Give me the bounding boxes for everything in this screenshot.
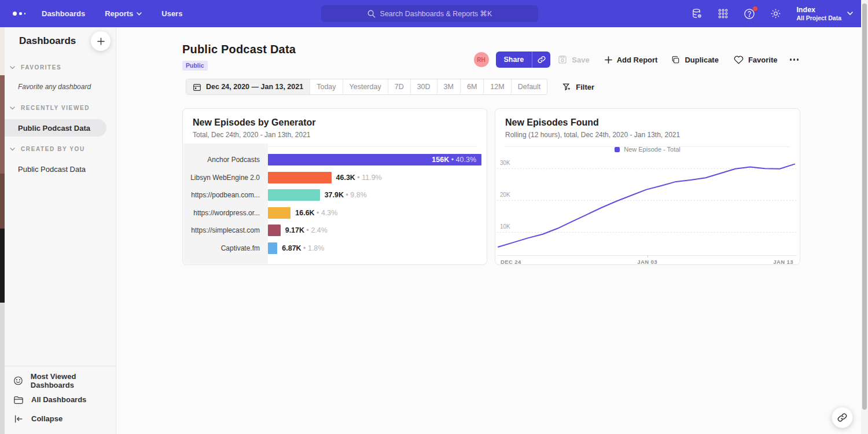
section-recently-viewed[interactable]: RECENTLY VIEWED	[5, 105, 116, 111]
search-input[interactable]: Search Dashboards & Reports ⌘K	[321, 5, 538, 22]
apps-grid-icon[interactable]	[718, 8, 729, 19]
nav-reports[interactable]: Reports	[105, 9, 142, 18]
favorite-button[interactable]: Favorite	[734, 56, 778, 64]
link-icon	[837, 413, 847, 422]
bar[interactable]	[268, 172, 332, 183]
sidebar-footer: Most Viewed Dashboards All Dashboards Co…	[5, 366, 116, 434]
visibility-badge: Public	[182, 61, 208, 71]
help-icon[interactable]	[744, 8, 755, 20]
add-report-button[interactable]: Add Report	[605, 56, 658, 64]
background-window-sliver	[0, 27, 5, 434]
nav-users[interactable]: Users	[161, 9, 182, 18]
preset-3m[interactable]: 3M	[437, 79, 460, 94]
logo-dot	[24, 13, 26, 14]
footer-label: Most Viewed Dashboards	[31, 372, 116, 389]
section-label: RECENTLY VIEWED	[21, 105, 90, 111]
card-subtitle: Rolling (12 hours), total, Dec 24th, 202…	[505, 131, 790, 139]
section-created-by-you[interactable]: CREATED BY YOU	[5, 146, 116, 152]
heart-icon	[734, 56, 744, 64]
header-actions: RH Share Save Add Report Duplicate Favor…	[474, 52, 800, 68]
sidebar: Dashboards FAVORITES Favorite any dashbo…	[5, 27, 116, 434]
bar-row: https://wordpress.or...16.6K • 4.3%	[183, 204, 486, 222]
chevron-down-icon	[10, 106, 15, 110]
date-range-picker[interactable]: Dec 24, 2020 — Jan 13, 2021	[186, 79, 310, 94]
bar-chart: Anchor Podcasts156K • 40.3%Libsyn WebEng…	[183, 144, 486, 264]
floating-share-link-button[interactable]	[832, 407, 853, 428]
x-axis-labels: DEC 24JAN 03JAN 13	[497, 255, 797, 265]
section-label: FAVORITES	[21, 64, 61, 71]
date-controls: Dec 24, 2020 — Jan 13, 2021 TodayYesterd…	[186, 79, 594, 95]
plus-icon	[97, 38, 105, 45]
duplicate-label: Duplicate	[685, 56, 719, 64]
preset-6m[interactable]: 6M	[460, 79, 483, 94]
bar-category-label: https://wordpress.or...	[183, 209, 268, 217]
bar[interactable]	[268, 207, 290, 219]
svg-text:10K: 10K	[500, 223, 510, 230]
card-subtitle: Total, Dec 24th, 2020 - Jan 13th, 2021	[193, 131, 477, 139]
bar-row: Anchor Podcasts156K • 40.3%	[183, 151, 486, 169]
search-icon	[367, 10, 376, 18]
add-dashboard-button[interactable]	[91, 31, 111, 51]
most-viewed-dashboards-button[interactable]: Most Viewed Dashboards	[5, 371, 116, 390]
bar-value-label: 37.9K • 9.8%	[325, 191, 367, 199]
favorites-empty-note: Favorite any dashboard	[5, 83, 116, 91]
share-split-button: Share	[496, 52, 551, 68]
preset-7d[interactable]: 7D	[388, 79, 410, 94]
chevron-down-icon	[10, 148, 15, 151]
data-sources-icon[interactable]	[692, 8, 703, 19]
preset-12m[interactable]: 12M	[483, 79, 510, 94]
preset-default[interactable]: Default	[511, 79, 547, 94]
copy-icon	[671, 56, 680, 64]
filter-funnel-icon	[562, 83, 571, 91]
duplicate-button[interactable]: Duplicate	[671, 56, 719, 64]
bar[interactable]: 156K • 40.3%	[268, 154, 481, 165]
logo-dot	[13, 12, 17, 16]
share-link-button[interactable]	[532, 52, 550, 68]
bar[interactable]	[268, 242, 277, 254]
sidebar-item-public-podcast-data[interactable]: Public Podcast Data	[5, 119, 106, 137]
bar-category-label: Libsyn WebEngine 2.0	[183, 174, 268, 182]
nav-dashboards[interactable]: Dashboards	[42, 9, 85, 18]
search-placeholder: Search Dashboards & Reports ⌘K	[380, 9, 492, 18]
settings-gear-icon[interactable]	[770, 8, 781, 19]
preset-yesterday[interactable]: Yesterday	[343, 79, 388, 94]
nav-label: Dashboards	[42, 9, 85, 18]
preset-today[interactable]: Today	[310, 79, 342, 94]
more-options-button[interactable]	[789, 56, 800, 63]
bar-row: Captivate.fm6.87K • 1.8%	[183, 240, 486, 258]
sidebar-title: Dashboards	[19, 35, 76, 47]
legend-swatch	[615, 147, 620, 152]
filter-button[interactable]: Filter	[562, 83, 594, 91]
notification-badge	[753, 6, 757, 11]
save-button[interactable]: Save	[558, 55, 589, 64]
x-axis-label: DEC 24	[501, 259, 521, 265]
scrollbar	[861, 0, 868, 434]
workspace-subtitle: All Project Data	[796, 14, 841, 21]
all-dashboards-button[interactable]: All Dashboards	[5, 390, 116, 409]
sidebar-item-public-podcast-data[interactable]: Public Podcast Data	[5, 160, 116, 178]
section-favorites[interactable]: FAVORITES	[5, 64, 116, 71]
bar-value-label: 16.6K • 4.3%	[295, 209, 337, 217]
scrollbar-thumb[interactable]	[862, 3, 867, 410]
preset-30d[interactable]: 30D	[410, 79, 437, 94]
nav-label: Reports	[105, 9, 133, 18]
workspace-name: Index	[796, 6, 841, 15]
footer-label: Collapse	[31, 414, 62, 423]
card-new-episodes-by-generator: New Episodes by Generator Total, Dec 24t…	[182, 108, 487, 265]
page-title: Public Podcast Data	[182, 43, 296, 56]
chevron-down-icon	[137, 12, 142, 16]
collapse-sidebar-button[interactable]: Collapse	[5, 409, 116, 428]
smiley-icon	[13, 376, 23, 386]
date-presets: TodayYesterday7D30D3M6M12MDefault	[310, 79, 547, 94]
app-logo[interactable]	[13, 12, 25, 16]
chart-legend: New Episode - Total	[495, 146, 800, 153]
calendar-icon	[193, 83, 201, 91]
share-button[interactable]: Share	[496, 52, 532, 68]
avatar[interactable]: RH	[474, 52, 489, 67]
workspace-switcher[interactable]: Index All Project Data	[796, 6, 853, 22]
bar[interactable]	[268, 189, 320, 201]
card-title: New Episodes Found	[505, 117, 790, 128]
x-axis-label: JAN 13	[773, 259, 793, 265]
bar[interactable]	[268, 225, 281, 236]
line-chart: 10K20K30K	[497, 156, 798, 256]
